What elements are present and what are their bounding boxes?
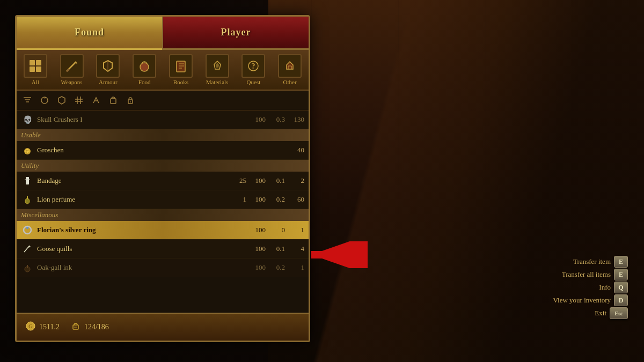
list-item[interactable]: Lion perfume 1 100 0.2 60 — [17, 190, 309, 209]
item-cond: 100 — [250, 176, 266, 185]
tab-found[interactable]: Found — [17, 17, 163, 48]
svg-rect-0 — [30, 60, 35, 65]
quest-label: Quest — [247, 79, 261, 85]
transfer-all-label: Transfer all items — [562, 270, 611, 279]
item-cond: 100 — [250, 263, 266, 272]
transfer-item-key[interactable]: E — [614, 256, 628, 268]
view-inventory-label: View your inventory — [553, 296, 611, 305]
transfer-item-label: Transfer item — [573, 257, 611, 266]
weapons-label: Weapons — [61, 79, 83, 85]
category-quest[interactable]: ? Quest — [236, 52, 272, 87]
food-label: Food — [138, 79, 151, 85]
item-qty: 25 — [230, 176, 246, 185]
category-materials[interactable]: Materials — [200, 52, 235, 87]
filter-armor-icon[interactable] — [54, 93, 69, 108]
books-label: Books — [173, 79, 188, 85]
item-icon: G — [21, 144, 34, 157]
item-weight: 0.1 — [269, 245, 285, 253]
item-qty: 100 — [250, 115, 266, 124]
header-tabs: Found Player — [17, 17, 309, 50]
item-name: Oak-gall ink — [37, 263, 246, 272]
svg-point-33 — [25, 198, 30, 204]
svg-text:G: G — [26, 150, 29, 154]
svg-rect-31 — [26, 177, 29, 184]
materials-icon — [206, 54, 229, 78]
item-weight: 0.2 — [269, 263, 285, 272]
item-icon — [21, 174, 34, 187]
list-item[interactable]: G Groschen 40 — [17, 141, 309, 160]
category-weapons[interactable]: Weapons — [54, 52, 90, 87]
filter-hash-icon[interactable] — [71, 93, 86, 108]
list-item-florian-ring[interactable]: Florian's silver ring 100 0 1 — [17, 221, 309, 240]
all-icon — [24, 54, 47, 78]
filter-rotate-icon[interactable] — [37, 93, 52, 108]
item-cond: 100 — [250, 195, 266, 204]
list-item[interactable]: Bandage 25 100 0.1 2 — [17, 172, 309, 190]
item-value: 4 — [288, 245, 304, 253]
svg-rect-1 — [36, 60, 41, 65]
item-name: Bandage — [37, 176, 227, 185]
list-item[interactable]: 💀 Skull Crushers I 100 0.3 130 — [17, 110, 309, 129]
item-value: 1 — [288, 226, 304, 234]
item-icon: 💀 — [21, 113, 34, 126]
category-armour[interactable]: Armour — [91, 52, 126, 87]
quest-icon: ? — [241, 54, 265, 78]
category-other[interactable]: Other — [272, 52, 308, 87]
exit-key[interactable]: Esc — [610, 307, 628, 319]
item-cond: 100 — [250, 245, 266, 253]
item-weight: 0.2 — [269, 195, 285, 204]
item-value: 130 — [288, 115, 304, 124]
svg-rect-39 — [27, 265, 28, 268]
tab-found-label: Found — [75, 27, 104, 38]
filter-row — [17, 91, 309, 110]
hud-transfer-all: Transfer all items E — [562, 269, 628, 280]
hud-transfer-item: Transfer item E — [573, 256, 628, 268]
category-all[interactable]: All — [18, 52, 53, 87]
carry-icon — [70, 321, 81, 334]
category-row: All Weapons Armour Food Books — [17, 50, 309, 91]
list-item[interactable]: Goose quills 100 0.1 4 — [17, 240, 309, 258]
right-hud: Transfer item E Transfer all items E Inf… — [553, 256, 628, 319]
transfer-all-key[interactable]: E — [614, 269, 628, 280]
item-weight: 0 — [269, 226, 285, 234]
section-miscellanous: Miscellanous — [17, 209, 309, 221]
view-inventory-key[interactable]: D — [614, 294, 628, 306]
svg-point-7 — [140, 63, 149, 71]
filter-sort-icon[interactable] — [20, 93, 35, 108]
svg-text:G: G — [28, 323, 33, 329]
books-icon — [169, 54, 193, 78]
items-list[interactable]: 💀 Skull Crushers I 100 0.3 130 Usable G … — [17, 110, 309, 314]
hud-exit: Exit Esc — [595, 307, 628, 319]
item-cond: 100 — [250, 226, 266, 234]
svg-line-37 — [24, 246, 30, 252]
svg-rect-2 — [30, 67, 35, 72]
filter-bag-icon[interactable] — [106, 93, 121, 108]
red-arrow — [303, 241, 368, 268]
carry-status: 124/186 — [70, 321, 109, 334]
inventory-panel: Found Player All Weapons Armour — [15, 15, 310, 342]
info-key[interactable]: Q — [614, 282, 628, 293]
svg-point-27 — [130, 101, 131, 102]
svg-rect-8 — [177, 61, 185, 72]
filter-lock-icon[interactable] — [123, 93, 138, 108]
item-name: Florian's silver ring — [37, 226, 246, 234]
list-item[interactable]: Oak-gall ink 100 0.2 1 — [17, 258, 309, 277]
info-label: Info — [599, 283, 611, 292]
item-qty: 1 — [230, 195, 246, 204]
svg-point-36 — [26, 227, 28, 229]
category-books[interactable]: Books — [163, 52, 199, 87]
coins-icon: G — [25, 321, 36, 334]
section-usable: Usable — [17, 129, 309, 141]
item-weight: 0.3 — [269, 115, 285, 124]
category-food[interactable]: Food — [127, 52, 162, 87]
item-icon — [21, 193, 34, 206]
tab-player[interactable]: Player — [163, 17, 309, 48]
section-utility: Utility — [17, 160, 309, 172]
filter-strength-icon[interactable] — [89, 93, 104, 108]
svg-rect-3 — [36, 67, 41, 72]
all-label: All — [32, 79, 39, 85]
item-icon — [21, 242, 34, 255]
other-icon — [278, 54, 302, 78]
svg-text:?: ? — [252, 62, 255, 70]
tab-player-label: Player — [221, 27, 251, 38]
